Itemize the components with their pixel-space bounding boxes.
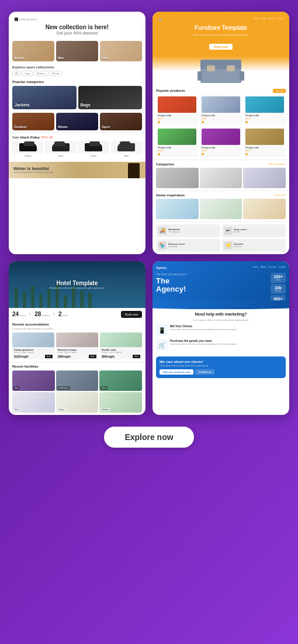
shoes-row: Trekky Terra Puma Wolf <box>12 141 142 157</box>
category-men[interactable]: Men <box>56 41 98 61</box>
palm-8 <box>72 287 75 308</box>
room-price-row-2: $89/night Book <box>58 355 96 358</box>
palm-1 <box>15 288 18 308</box>
product-4[interactable]: Product title $180 <box>156 127 198 157</box>
sport-filter-bottoms[interactable]: Bottoms <box>34 71 48 76</box>
palm-2 <box>23 292 26 308</box>
shipping-icon: 🚚 <box>158 227 167 235</box>
product-6[interactable]: Product title $410 <box>244 127 286 157</box>
more-categories-link[interactable]: More categories <box>269 162 286 166</box>
hi-3[interactable] <box>243 199 286 219</box>
hi-grid <box>156 199 286 219</box>
hi-1[interactable] <box>156 199 199 219</box>
cta-buttons: Start your business now Contact us <box>160 369 282 375</box>
black-friday-section: Sale black friday 70% off Trekky Terra P… <box>9 133 145 162</box>
site-label: clothing store <box>15 18 140 21</box>
fc-living[interactable] <box>200 168 242 188</box>
cat-winter[interactable]: Winter <box>56 113 98 130</box>
furniture-template-card: 🏠 Home Shop About Contact Furniture Temp… <box>153 12 289 254</box>
hotel-hero: Hotel Template A distinctive collection … <box>9 261 145 308</box>
home-inspiration-section: Home inspiration Load more <box>153 191 289 221</box>
category-grid: Jackets Bags <box>12 86 142 111</box>
explore-now-button[interactable]: Explore now <box>104 427 193 448</box>
stat-rooms: 24 rooms <box>12 311 26 317</box>
palm-5 <box>47 289 51 308</box>
hi-2[interactable] <box>200 199 242 219</box>
fashion-categories: Women Men Kids <box>9 39 145 64</box>
sport-filter-all[interactable]: All <box>12 71 20 76</box>
room-double[interactable]: Double room 2 beds • 1 bath • 2 guests $… <box>100 333 142 359</box>
room-family[interactable]: Family apartment 3 beds • 1 bath • 2 gue… <box>12 333 54 359</box>
sport-section: Explore sport collections All Tops Botto… <box>9 64 145 78</box>
fc-bedroom[interactable] <box>243 168 286 188</box>
furniture-header: 🏠 Home Shop About Contact Furniture Temp… <box>153 12 289 56</box>
fashion-headline: New collection is here! <box>15 23 140 31</box>
fashion-template-card: clothing store New collection is here! G… <box>9 12 145 254</box>
fb-sell: 🏪 Sell your items Fast & easy <box>156 239 220 252</box>
room-book-btn-2[interactable]: Book <box>89 355 96 358</box>
stat-dot-1 <box>29 313 31 315</box>
cta-primary-btn[interactable]: Start your business now <box>160 369 193 375</box>
sofa-illustration <box>197 60 244 83</box>
load-more-btn[interactable]: Load more <box>275 193 286 197</box>
winter-banner: Winter is beautiful Lorem ipsum dolor si… <box>9 162 145 178</box>
product-dot <box>158 121 160 123</box>
furniture-shop-btn[interactable]: Shop now <box>209 44 233 50</box>
product-2[interactable]: Product title $320 <box>200 95 242 125</box>
resort-facilities: Resort facilities Spa Conference Gym Poo… <box>9 362 145 415</box>
room-book-btn-3[interactable]: Book <box>133 355 140 358</box>
shoe-4[interactable]: Wolf <box>111 141 142 157</box>
room-family-img <box>12 333 54 347</box>
facility-garden[interactable]: Garden <box>99 392 142 413</box>
category-women[interactable]: Women <box>12 41 54 61</box>
book-now-btn[interactable]: Book now <box>121 311 142 318</box>
product-3[interactable]: Product title $240 <box>244 95 286 125</box>
shoe-2[interactable]: Terra <box>45 141 76 157</box>
cat-bags[interactable]: Bags <box>78 86 143 109</box>
fc-kitchen[interactable] <box>156 168 199 188</box>
shoe-3[interactable]: Puma <box>78 141 109 157</box>
service-purchase: 🛒 Purchase the goods you need Lorem ipsu… <box>156 339 286 351</box>
sport-filter-shoes[interactable]: Shoes <box>50 71 62 76</box>
facility-gym[interactable]: Gym <box>99 371 142 391</box>
agency-hero-content: THE BEST DIGITAL AGENCY The Agency! <box>156 273 286 294</box>
benefits-icon: ⭐ <box>224 241 233 250</box>
rooms-grid: Family apartment 3 beds • 1 bath • 2 gue… <box>12 333 142 359</box>
category-row2: Outdoor Winter Sport <box>12 113 142 130</box>
hotel-hero-content: Hotel Template A distinctive collection … <box>50 280 105 289</box>
facility-lobby[interactable]: Lobby <box>56 392 99 413</box>
product-dot <box>245 121 248 123</box>
room-price-row: $120/night Book <box>14 355 53 358</box>
product-1[interactable]: Product title $120 <box>156 95 198 125</box>
hotel-template-card: Hotel Template A distinctive collection … <box>9 261 145 415</box>
category-kids[interactable]: Kids <box>100 41 142 61</box>
facilities-grid: Spa Conference Gym Pool Lobby Garden <box>12 371 142 413</box>
service-billing-text: Bill Your Clients Lorem ipsum dolor sit … <box>170 324 286 331</box>
product-5[interactable]: Product title $290 <box>200 127 242 157</box>
room-business[interactable]: Business lounge 1 bed • 1 bath • 2 guest… <box>56 333 98 359</box>
see-all-btn[interactable]: See all <box>273 89 286 93</box>
furniture-desc: Lorem ipsum dolor sit amet consectetur a… <box>158 33 283 37</box>
facility-pool[interactable]: Pool <box>12 392 55 413</box>
cat-outdoor[interactable]: Outdoor <box>12 113 54 130</box>
palm-7 <box>64 295 67 308</box>
furniture-sofa-hero <box>153 56 289 86</box>
room-double-info: Double room 2 beds • 1 bath • 2 guests $… <box>100 347 142 359</box>
sport-filters: All Tops Bottoms Shoes <box>12 71 142 76</box>
facility-conf[interactable]: Conference <box>56 371 99 391</box>
popular-categories-title: Popular categories <box>12 80 142 84</box>
stat-reviews: 28 reviews <box>34 311 50 317</box>
room-book-btn[interactable]: Book <box>45 355 53 358</box>
cat-jackets[interactable]: Jackets <box>12 86 77 109</box>
bf-title: Sale black friday 70% off <box>12 136 142 139</box>
cat-sport[interactable]: Sport <box>100 113 142 130</box>
shoe-1[interactable]: Trekky <box>12 141 43 157</box>
facility-spa[interactable]: Spa <box>12 371 55 391</box>
product-dot <box>158 153 160 155</box>
stat-pools: 2 pools <box>58 311 68 317</box>
fb-return: ↩ Easy return Benefits <box>222 224 286 237</box>
agency-cta: We care about our clients! Lorem ipsum d… <box>156 356 286 378</box>
sport-filter-tops[interactable]: Tops <box>22 71 32 76</box>
cta-secondary-btn[interactable]: Contact us <box>195 369 214 375</box>
room-business-info: Business lounge 1 bed • 1 bath • 2 guest… <box>56 347 98 359</box>
